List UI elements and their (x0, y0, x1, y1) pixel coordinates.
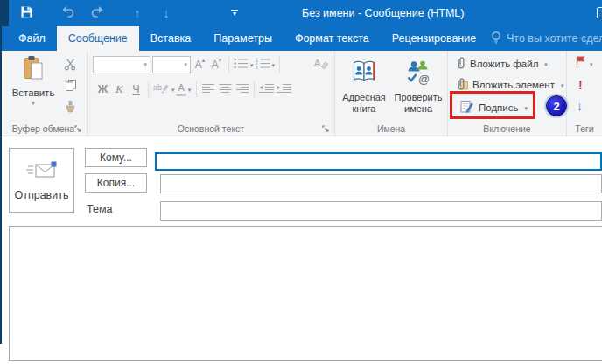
window-title: Без имени - Сообщение (HTML) (302, 0, 464, 26)
bullets-button[interactable]: ▾ (234, 56, 254, 74)
format-painter-button[interactable] (59, 98, 81, 117)
tab-insert[interactable]: Вставка (139, 26, 202, 51)
signature-button[interactable]: Подпись ▾ (460, 98, 528, 117)
align-right-button[interactable] (234, 80, 249, 98)
tab-message[interactable]: Сообщение (57, 26, 139, 51)
subject-label: Тема (87, 203, 112, 215)
tab-file[interactable]: Файл (7, 26, 57, 51)
to-field[interactable] (155, 152, 602, 171)
send-button[interactable]: Отправить (9, 148, 74, 213)
decrease-indent-button[interactable] (259, 80, 275, 98)
dialog-launcher-icon (322, 121, 330, 136)
previous-item-button[interactable]: ↑ (126, 0, 149, 26)
group-names: Адресная книга @ Проверить имена Имена (335, 51, 448, 136)
underline-button[interactable]: Ч (129, 80, 144, 98)
increase-indent-icon (276, 81, 292, 97)
redo-button[interactable] (87, 0, 109, 26)
tab-options[interactable]: Параметры (202, 26, 284, 51)
font-color-button[interactable]: A ▾ (177, 80, 192, 98)
group-tags: ▾ ! ↓ Теги (567, 51, 602, 136)
arrow-down-icon: ↓ (164, 7, 170, 19)
font-size-combo[interactable]: ▾ (152, 56, 191, 74)
tab-format-text[interactable]: Формат текста (284, 26, 381, 51)
attach-file-label: Вложить файл (470, 59, 538, 69)
undo-icon (60, 5, 74, 21)
svg-text:ab: ab (153, 83, 162, 92)
message-body[interactable] (9, 226, 602, 361)
compose-header: Отправить Кому... Копия... Тема (0, 137, 602, 226)
tab-review[interactable]: Рецензирование (381, 26, 488, 51)
cc-field[interactable] (160, 174, 602, 193)
shrink-font-icon: A (212, 59, 219, 71)
paste-clipboard-icon (22, 55, 45, 83)
dialog-launcher-icon (74, 121, 82, 136)
to-button[interactable]: Кому... (85, 148, 147, 167)
bullets-icon (234, 57, 248, 73)
dropdown-caret-icon: ▾ (525, 105, 528, 111)
redo-icon (91, 5, 105, 21)
group-include: Вложить файл ▾ Вложить элемент ▾ Подпись… (448, 51, 567, 136)
increase-indent-button[interactable] (276, 80, 292, 98)
callout-step-badge: 2 (546, 95, 567, 116)
subject-field[interactable] (160, 201, 602, 220)
next-item-button[interactable]: ↓ (155, 0, 178, 26)
check-names-icon: @ (404, 58, 432, 88)
align-left-button[interactable] (201, 80, 216, 98)
basic-text-dialog-launcher[interactable] (321, 123, 331, 133)
copy-button[interactable] (59, 77, 81, 96)
dropdown-caret-icon: ▾ (590, 61, 593, 67)
cut-button[interactable] (59, 56, 81, 75)
dropdown-caret-icon: ▾ (32, 100, 35, 106)
clear-formatting-icon: A (314, 57, 329, 73)
italic-button[interactable]: К (112, 80, 127, 98)
bold-button[interactable]: Ж (95, 80, 110, 98)
text-highlight-button[interactable]: ab ▾ (153, 80, 175, 98)
include-group-label: Включение (448, 123, 566, 134)
app-icon-block (0, 0, 9, 26)
dropdown-caret-icon: ▾ (144, 61, 147, 68)
check-names-button[interactable]: @ Проверить имена (391, 55, 445, 115)
clipboard-dialog-launcher[interactable] (74, 123, 83, 133)
cc-button[interactable]: Копия... (85, 173, 147, 192)
attach-file-button[interactable]: Вложить файл ▾ (457, 54, 548, 74)
numbering-button[interactable]: 123 ▾ (256, 56, 276, 74)
decrease-indent-icon (259, 81, 275, 97)
shrink-font-button[interactable]: A▾ (209, 56, 224, 74)
dropdown-caret-icon: ▾ (184, 61, 187, 68)
arrow-down-icon: ↓ (577, 99, 583, 113)
signature-icon (460, 100, 474, 116)
tell-me-box[interactable]: Что вы хотите сдел (490, 26, 602, 51)
signature-label: Подпись (479, 102, 519, 113)
dropdown-caret-icon: ▾ (172, 87, 175, 93)
customize-qat-icon: ▾ (231, 10, 238, 18)
font-color-icon: A (177, 83, 186, 96)
svg-text:A: A (314, 58, 321, 68)
attach-item-icon (457, 77, 468, 93)
importance-high-button[interactable]: ! (578, 75, 583, 94)
align-left-icon (202, 81, 215, 97)
follow-up-button[interactable]: ▾ (575, 54, 593, 74)
dropdown-caret-icon: ▾ (561, 82, 564, 88)
customize-quick-access-button[interactable]: ▾ (223, 0, 246, 26)
names-group-label: Имена (335, 123, 447, 134)
dropdown-caret-icon: ▾ (250, 62, 254, 68)
ribbon: Вставить ▾ Буфер обмена (0, 51, 602, 137)
address-book-label: Адресная книга (337, 92, 391, 115)
svg-text:@: @ (418, 73, 430, 86)
attach-item-label: Вложить элемент (472, 80, 555, 90)
clear-formatting-button[interactable]: A (314, 56, 329, 74)
address-book-button[interactable]: Адресная книга (337, 55, 391, 115)
arrow-up-icon: ↑ (135, 7, 141, 19)
undo-button[interactable] (56, 0, 79, 26)
paste-button[interactable]: Вставить ▾ (9, 55, 58, 125)
align-center-button[interactable] (218, 80, 233, 98)
grow-font-button[interactable]: A▴ (192, 56, 207, 74)
save-button[interactable] (15, 0, 38, 26)
paperclip-icon (457, 56, 466, 72)
font-family-combo[interactable]: ▾ (93, 56, 150, 74)
attach-item-button[interactable]: Вложить элемент ▾ (457, 75, 564, 94)
numbering-icon: 123 (256, 57, 270, 73)
importance-low-button[interactable]: ↓ (577, 96, 583, 116)
lightbulb-icon (490, 31, 502, 46)
address-book-icon (350, 58, 378, 88)
